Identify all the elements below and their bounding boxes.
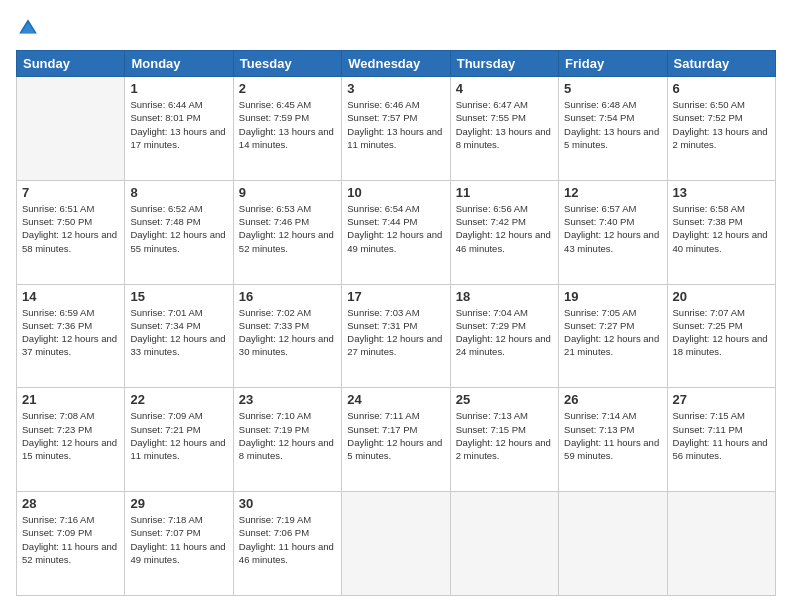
calendar-day-cell: 25Sunrise: 7:13 AM Sunset: 7:15 PM Dayli…: [450, 388, 558, 492]
calendar-day-cell: [667, 492, 775, 596]
logo-icon: [16, 16, 40, 40]
day-info: Sunrise: 6:48 AM Sunset: 7:54 PM Dayligh…: [564, 98, 661, 151]
calendar-week-row: 14Sunrise: 6:59 AM Sunset: 7:36 PM Dayli…: [17, 284, 776, 388]
weekday-header: Monday: [125, 51, 233, 77]
day-number: 27: [673, 392, 770, 407]
day-number: 21: [22, 392, 119, 407]
calendar-day-cell: 26Sunrise: 7:14 AM Sunset: 7:13 PM Dayli…: [559, 388, 667, 492]
calendar-day-cell: 1Sunrise: 6:44 AM Sunset: 8:01 PM Daylig…: [125, 77, 233, 181]
calendar-day-cell: 2Sunrise: 6:45 AM Sunset: 7:59 PM Daylig…: [233, 77, 341, 181]
calendar-day-cell: 23Sunrise: 7:10 AM Sunset: 7:19 PM Dayli…: [233, 388, 341, 492]
calendar-day-cell: 16Sunrise: 7:02 AM Sunset: 7:33 PM Dayli…: [233, 284, 341, 388]
weekday-header: Wednesday: [342, 51, 450, 77]
logo: [16, 16, 44, 40]
day-info: Sunrise: 7:02 AM Sunset: 7:33 PM Dayligh…: [239, 306, 336, 359]
day-info: Sunrise: 7:13 AM Sunset: 7:15 PM Dayligh…: [456, 409, 553, 462]
day-info: Sunrise: 7:10 AM Sunset: 7:19 PM Dayligh…: [239, 409, 336, 462]
calendar-day-cell: 12Sunrise: 6:57 AM Sunset: 7:40 PM Dayli…: [559, 180, 667, 284]
calendar-day-cell: 29Sunrise: 7:18 AM Sunset: 7:07 PM Dayli…: [125, 492, 233, 596]
day-number: 26: [564, 392, 661, 407]
day-info: Sunrise: 6:50 AM Sunset: 7:52 PM Dayligh…: [673, 98, 770, 151]
day-number: 14: [22, 289, 119, 304]
calendar-day-cell: 30Sunrise: 7:19 AM Sunset: 7:06 PM Dayli…: [233, 492, 341, 596]
calendar-day-cell: [342, 492, 450, 596]
calendar-week-row: 1Sunrise: 6:44 AM Sunset: 8:01 PM Daylig…: [17, 77, 776, 181]
calendar-day-cell: 20Sunrise: 7:07 AM Sunset: 7:25 PM Dayli…: [667, 284, 775, 388]
day-info: Sunrise: 7:11 AM Sunset: 7:17 PM Dayligh…: [347, 409, 444, 462]
day-info: Sunrise: 7:07 AM Sunset: 7:25 PM Dayligh…: [673, 306, 770, 359]
day-number: 15: [130, 289, 227, 304]
calendar-week-row: 28Sunrise: 7:16 AM Sunset: 7:09 PM Dayli…: [17, 492, 776, 596]
calendar-day-cell: 5Sunrise: 6:48 AM Sunset: 7:54 PM Daylig…: [559, 77, 667, 181]
day-number: 18: [456, 289, 553, 304]
day-number: 12: [564, 185, 661, 200]
day-info: Sunrise: 7:18 AM Sunset: 7:07 PM Dayligh…: [130, 513, 227, 566]
day-number: 16: [239, 289, 336, 304]
calendar-table: SundayMondayTuesdayWednesdayThursdayFrid…: [16, 50, 776, 596]
calendar-day-cell: 6Sunrise: 6:50 AM Sunset: 7:52 PM Daylig…: [667, 77, 775, 181]
day-number: 5: [564, 81, 661, 96]
calendar-day-cell: 15Sunrise: 7:01 AM Sunset: 7:34 PM Dayli…: [125, 284, 233, 388]
day-number: 22: [130, 392, 227, 407]
calendar-day-cell: 10Sunrise: 6:54 AM Sunset: 7:44 PM Dayli…: [342, 180, 450, 284]
day-number: 8: [130, 185, 227, 200]
day-number: 2: [239, 81, 336, 96]
calendar-day-cell: 17Sunrise: 7:03 AM Sunset: 7:31 PM Dayli…: [342, 284, 450, 388]
day-info: Sunrise: 6:58 AM Sunset: 7:38 PM Dayligh…: [673, 202, 770, 255]
day-number: 4: [456, 81, 553, 96]
day-number: 20: [673, 289, 770, 304]
day-number: 11: [456, 185, 553, 200]
day-number: 25: [456, 392, 553, 407]
day-number: 9: [239, 185, 336, 200]
calendar-day-cell: 11Sunrise: 6:56 AM Sunset: 7:42 PM Dayli…: [450, 180, 558, 284]
weekday-header: Friday: [559, 51, 667, 77]
calendar-day-cell: 4Sunrise: 6:47 AM Sunset: 7:55 PM Daylig…: [450, 77, 558, 181]
day-number: 13: [673, 185, 770, 200]
day-number: 23: [239, 392, 336, 407]
day-info: Sunrise: 6:46 AM Sunset: 7:57 PM Dayligh…: [347, 98, 444, 151]
day-info: Sunrise: 6:51 AM Sunset: 7:50 PM Dayligh…: [22, 202, 119, 255]
calendar-day-cell: [450, 492, 558, 596]
day-info: Sunrise: 6:44 AM Sunset: 8:01 PM Dayligh…: [130, 98, 227, 151]
day-info: Sunrise: 7:09 AM Sunset: 7:21 PM Dayligh…: [130, 409, 227, 462]
day-number: 6: [673, 81, 770, 96]
calendar-day-cell: 21Sunrise: 7:08 AM Sunset: 7:23 PM Dayli…: [17, 388, 125, 492]
day-info: Sunrise: 6:59 AM Sunset: 7:36 PM Dayligh…: [22, 306, 119, 359]
day-info: Sunrise: 6:56 AM Sunset: 7:42 PM Dayligh…: [456, 202, 553, 255]
day-info: Sunrise: 7:04 AM Sunset: 7:29 PM Dayligh…: [456, 306, 553, 359]
day-info: Sunrise: 7:08 AM Sunset: 7:23 PM Dayligh…: [22, 409, 119, 462]
day-info: Sunrise: 7:14 AM Sunset: 7:13 PM Dayligh…: [564, 409, 661, 462]
day-number: 24: [347, 392, 444, 407]
calendar-day-cell: 3Sunrise: 6:46 AM Sunset: 7:57 PM Daylig…: [342, 77, 450, 181]
calendar-day-cell: [559, 492, 667, 596]
calendar-week-row: 7Sunrise: 6:51 AM Sunset: 7:50 PM Daylig…: [17, 180, 776, 284]
calendar-day-cell: 24Sunrise: 7:11 AM Sunset: 7:17 PM Dayli…: [342, 388, 450, 492]
calendar-day-cell: 9Sunrise: 6:53 AM Sunset: 7:46 PM Daylig…: [233, 180, 341, 284]
day-info: Sunrise: 7:01 AM Sunset: 7:34 PM Dayligh…: [130, 306, 227, 359]
day-number: 1: [130, 81, 227, 96]
calendar-day-cell: 27Sunrise: 7:15 AM Sunset: 7:11 PM Dayli…: [667, 388, 775, 492]
day-info: Sunrise: 6:52 AM Sunset: 7:48 PM Dayligh…: [130, 202, 227, 255]
day-info: Sunrise: 6:57 AM Sunset: 7:40 PM Dayligh…: [564, 202, 661, 255]
calendar-day-cell: 19Sunrise: 7:05 AM Sunset: 7:27 PM Dayli…: [559, 284, 667, 388]
day-number: 17: [347, 289, 444, 304]
calendar-week-row: 21Sunrise: 7:08 AM Sunset: 7:23 PM Dayli…: [17, 388, 776, 492]
day-number: 10: [347, 185, 444, 200]
calendar-day-cell: 7Sunrise: 6:51 AM Sunset: 7:50 PM Daylig…: [17, 180, 125, 284]
day-info: Sunrise: 7:03 AM Sunset: 7:31 PM Dayligh…: [347, 306, 444, 359]
day-info: Sunrise: 7:15 AM Sunset: 7:11 PM Dayligh…: [673, 409, 770, 462]
calendar-day-cell: 22Sunrise: 7:09 AM Sunset: 7:21 PM Dayli…: [125, 388, 233, 492]
day-info: Sunrise: 7:05 AM Sunset: 7:27 PM Dayligh…: [564, 306, 661, 359]
day-info: Sunrise: 7:19 AM Sunset: 7:06 PM Dayligh…: [239, 513, 336, 566]
day-number: 3: [347, 81, 444, 96]
calendar-header-row: SundayMondayTuesdayWednesdayThursdayFrid…: [17, 51, 776, 77]
day-number: 19: [564, 289, 661, 304]
day-info: Sunrise: 6:47 AM Sunset: 7:55 PM Dayligh…: [456, 98, 553, 151]
day-number: 30: [239, 496, 336, 511]
calendar-day-cell: [17, 77, 125, 181]
day-info: Sunrise: 6:54 AM Sunset: 7:44 PM Dayligh…: [347, 202, 444, 255]
weekday-header: Sunday: [17, 51, 125, 77]
day-number: 7: [22, 185, 119, 200]
weekday-header: Thursday: [450, 51, 558, 77]
page: SundayMondayTuesdayWednesdayThursdayFrid…: [0, 0, 792, 612]
